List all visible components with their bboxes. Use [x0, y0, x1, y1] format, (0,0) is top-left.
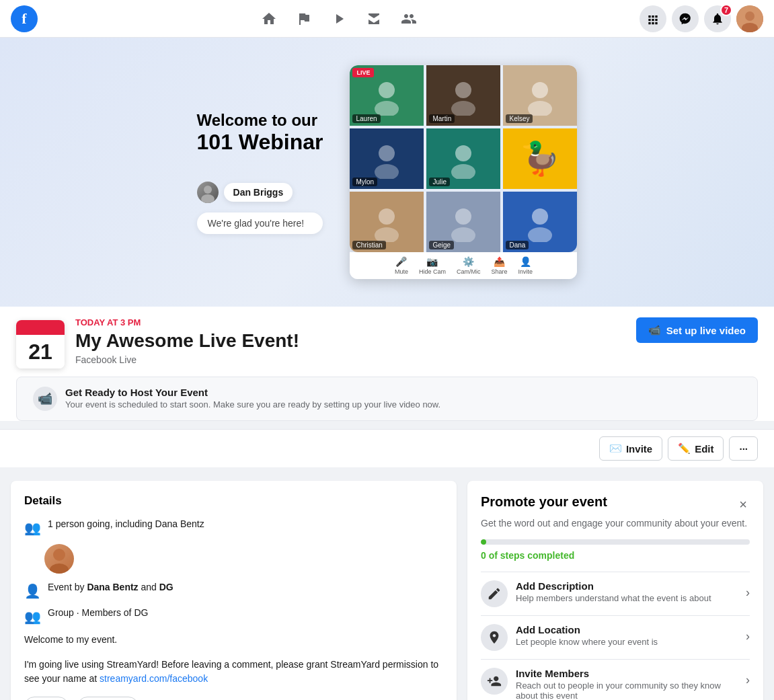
main-content: Details 👥 1 person going, including Dana… [0, 467, 774, 700]
participant-name-1: Lauren [352, 114, 380, 123]
location-icon [481, 624, 508, 651]
hero-content: Welcome to our 101 Webinar Dan Briggs We… [197, 65, 578, 279]
promote-title: Promote your event [481, 494, 607, 510]
facebook-logo[interactable]: f [11, 5, 38, 32]
live-video-tag[interactable]: Live Video [77, 697, 139, 700]
invite-label: Invite [626, 443, 652, 455]
event-date-badge: 21 [16, 320, 65, 368]
event-title-block: TODAY AT 3 PM My Awesome Live Event! Fac… [75, 317, 299, 365]
participant-name-4: Mylon [352, 178, 377, 186]
svg-point-15 [455, 145, 471, 161]
nav-home-button[interactable] [253, 3, 285, 35]
step-invite-title: Invite Members [516, 668, 738, 679]
invite-button[interactable]: ✉️ Invite [599, 436, 662, 461]
progress-bar-container [481, 539, 750, 545]
group-row: 👥 Group · Members of DG [24, 607, 443, 625]
date-badge-number: 21 [16, 335, 65, 368]
chevron-right-icon-2: › [746, 629, 750, 644]
svg-text:f: f [22, 10, 27, 27]
hero-welcome: Welcome to our [197, 111, 323, 130]
more-options-button[interactable]: ··· [729, 436, 758, 461]
alert-icon: 📹 [33, 387, 57, 411]
edit-button[interactable]: ✏️ Edit [668, 436, 724, 461]
svg-point-14 [375, 164, 399, 179]
participant-cell-3: Kelsey [503, 65, 577, 126]
step-location-text: Add Location Let people know where your … [516, 624, 738, 647]
svg-point-6 [201, 194, 215, 203]
svg-point-18 [375, 227, 399, 242]
svg-point-17 [379, 208, 395, 225]
step-description-text: Add Description Help members understand … [516, 580, 738, 603]
svg-point-11 [532, 82, 548, 98]
participant-name-3: Kelsey [506, 114, 533, 123]
envelope-icon: ✉️ [609, 442, 622, 455]
video-mute-btn[interactable]: 🎤 Mute [395, 256, 408, 275]
event-description-line1: Welcome to my event. [24, 633, 443, 647]
event-tags: Online Live Video [24, 697, 443, 700]
setup-live-video-button[interactable]: 📹 Set up live video [636, 317, 758, 343]
online-tag[interactable]: Online [24, 697, 69, 700]
participant-cell-8: Geige [426, 192, 500, 252]
video-toolbar: 🎤 Mute 📷 Hide Cam ⚙️ Cam/Mic 📤 Share 👤 [350, 252, 577, 279]
alert-title: Get Ready to Host Your Event [65, 387, 440, 398]
user-avatar[interactable] [736, 5, 763, 32]
svg-point-3 [745, 11, 754, 21]
participant-name-5: Julie [429, 178, 450, 186]
nav-watch-button[interactable] [323, 3, 355, 35]
chevron-right-icon-1: › [746, 586, 750, 600]
invite-members-icon [481, 668, 508, 695]
step-description-desc: Help members understand what the event i… [516, 593, 738, 603]
host-name-bubble: Dan Briggs [224, 183, 293, 202]
promote-panel: Promote your event × Get the word out an… [467, 481, 763, 700]
promote-subtitle: Get the word out and engage your communi… [481, 518, 750, 529]
attendee-avatar [44, 544, 74, 574]
participant-name-2: Martin [429, 114, 455, 123]
participant-cell-4: Mylon [350, 128, 424, 189]
host-greeting: We're glad you're here! [197, 212, 323, 234]
video-cammic-btn[interactable]: ⚙️ Cam/Mic [457, 256, 481, 275]
participant-cell-7: Christian [350, 192, 424, 252]
step-location-desc: Let people know where your event is [516, 637, 738, 647]
svg-point-13 [379, 145, 395, 161]
video-hidecam-btn[interactable]: 📷 Hide Cam [419, 256, 446, 275]
hosts-text: Event by Dana Bentz and DG [48, 582, 173, 592]
svg-point-8 [375, 101, 399, 116]
chevron-right-icon-3: › [746, 673, 750, 687]
participant-name-7: Christian [352, 241, 385, 249]
progress-count: 0 [481, 550, 486, 561]
nav-marketplace-button[interactable] [358, 3, 390, 35]
promote-step-description[interactable]: Add Description Help members understand … [481, 572, 750, 615]
host-info: Dan Briggs [197, 182, 323, 203]
progress-bar-fill [481, 539, 486, 545]
video-camera-icon: 📹 [648, 324, 661, 336]
nav-center [253, 3, 425, 35]
nav-notifications-button[interactable]: 7 [704, 5, 731, 32]
nav-grid-button[interactable] [640, 5, 666, 32]
participant-cell-6: 🦆 [503, 128, 577, 189]
participant-cell-5: Julie [426, 128, 500, 189]
participant-cell-1: LIVE Lauren [350, 65, 424, 126]
svg-point-5 [204, 186, 212, 194]
svg-point-7 [379, 82, 395, 98]
top-navigation: f 7 [0, 0, 774, 38]
close-promote-button[interactable]: × [736, 494, 750, 515]
video-invite-btn[interactable]: 👤 Invite [518, 256, 533, 275]
action-row: ✉️ Invite ✏️ Edit ··· [0, 429, 774, 467]
streamyard-link[interactable]: streamyard.com/facebook [100, 673, 208, 684]
description-icon [481, 580, 508, 607]
live-badge: LIVE [352, 68, 374, 77]
progress-label-text: of steps completed [489, 550, 575, 561]
svg-point-16 [451, 164, 475, 179]
video-share-btn[interactable]: 📤 Share [491, 256, 507, 275]
host-avatar [197, 182, 219, 203]
nav-groups-button[interactable] [393, 3, 425, 35]
event-info-section: 21 TODAY AT 3 PM My Awesome Live Event! … [0, 307, 774, 421]
alert-banner: 📹 Get Ready to Host Your Event Your even… [16, 377, 758, 421]
alert-text: Get Ready to Host Your Event Your event … [65, 387, 440, 410]
event-platform: Facebook Live [75, 354, 299, 365]
promote-step-invite[interactable]: Invite Members Reach out to people in yo… [481, 659, 750, 700]
progress-label: 0 of steps completed [481, 550, 750, 561]
nav-flag-button[interactable] [288, 3, 320, 35]
nav-messenger-button[interactable] [672, 5, 699, 32]
promote-step-location[interactable]: Add Location Let people know where your … [481, 615, 750, 659]
